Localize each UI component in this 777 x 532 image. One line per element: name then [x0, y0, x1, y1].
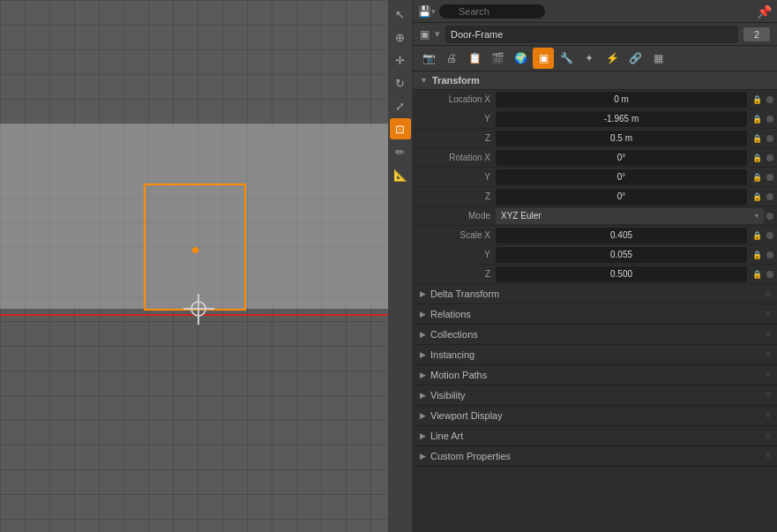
scale-x-row: Scale X 🔒	[413, 226, 777, 245]
viewport-display-header[interactable]: ▶ Viewport Display ⠿	[413, 406, 777, 425]
search-wrapper: 🔍	[439, 4, 545, 19]
properties-panel: 💾▾ 🔍 📌 ▣ ▾ 2 📷 🖨 📋 🎬 🌍 ▣ 🔧 ✦ ⚡ 🔗	[413, 0, 777, 532]
tool-measure-icon[interactable]: 📐	[390, 164, 411, 185]
view-layer-props-icon[interactable]: 📋	[464, 48, 485, 69]
location-x-input[interactable]	[496, 92, 747, 108]
rotation-x-input[interactable]	[496, 150, 747, 166]
mode-dot	[766, 213, 773, 220]
collections-header[interactable]: ▶ Collections ⠿	[413, 325, 777, 344]
relations-title: Relations	[430, 309, 471, 319]
location-z-input[interactable]	[496, 131, 747, 146]
scene-props-icon[interactable]: 🎬	[487, 48, 508, 69]
tool-select-icon[interactable]: ↖	[390, 4, 411, 25]
search-input[interactable]	[439, 4, 545, 19]
motion-paths-header[interactable]: ▶ Motion Paths ⠿	[413, 365, 777, 385]
line-art-title: Line Art	[430, 431, 463, 441]
location-y-lock-icon[interactable]: 🔒	[750, 112, 764, 126]
object-header: ▣ ▾ 2	[413, 23, 777, 46]
line-art-dots: ⠿	[766, 432, 770, 440]
tool-transform-icon[interactable]: ⊡	[390, 118, 411, 139]
location-x-row: Location X 🔒	[413, 90, 777, 109]
scale-y-row: Y 🔒	[413, 245, 777, 265]
scale-y-lock-icon[interactable]: 🔒	[750, 248, 764, 262]
delta-transform-header[interactable]: ▶ Delta Transform ⠿	[413, 284, 777, 303]
rotation-x-lock-icon[interactable]: 🔒	[750, 151, 764, 165]
constraints-props-icon[interactable]: 🔗	[624, 48, 646, 69]
object-props-icon[interactable]: ▣	[533, 48, 554, 69]
instancing-header[interactable]: ▶ Instancing ⠿	[413, 345, 777, 364]
scale-x-lock-icon[interactable]: 🔒	[750, 229, 764, 243]
location-z-lock-icon[interactable]: 🔒	[750, 131, 764, 146]
render-props-icon[interactable]: 📷	[418, 48, 439, 69]
tool-move-icon[interactable]: ✛	[390, 49, 411, 71]
collections-section: ▶ Collections ⠿	[413, 325, 777, 345]
viewport[interactable]	[0, 0, 388, 532]
tool-rotate-icon[interactable]: ↻	[390, 72, 411, 94]
mode-label: Mode	[416, 211, 496, 221]
save-button[interactable]: 💾▾	[418, 5, 436, 18]
rotation-y-lock-icon[interactable]: 🔒	[750, 170, 764, 184]
data-props-icon[interactable]: ▦	[647, 48, 669, 69]
location-y-label: Y	[416, 114, 496, 124]
motion-paths-arrow-icon: ▶	[420, 371, 426, 379]
pin-icon[interactable]: 📌	[757, 4, 772, 19]
tool-annotate-icon[interactable]: ✏	[390, 141, 411, 162]
relations-arrow-icon: ▶	[420, 310, 426, 318]
object-number-badge: 2	[743, 27, 770, 41]
scale-y-input[interactable]	[496, 247, 747, 263]
custom-properties-arrow-icon: ▶	[420, 452, 426, 461]
delta-transform-arrow-icon: ▶	[420, 289, 426, 298]
transform-section-title: Transform	[432, 75, 480, 86]
scale-y-dot	[766, 251, 773, 259]
rotation-z-lock-icon[interactable]: 🔒	[750, 190, 764, 204]
world-props-icon[interactable]: 🌍	[510, 48, 531, 69]
visibility-dots: ⠿	[766, 392, 770, 400]
location-x-label: Location X	[416, 94, 496, 104]
instancing-arrow-icon: ▶	[420, 350, 426, 359]
visibility-header[interactable]: ▶ Visibility ⠿	[413, 386, 777, 405]
rotation-z-input[interactable]	[496, 189, 747, 205]
scale-z-input[interactable]	[496, 266, 747, 282]
motion-paths-section: ▶ Motion Paths ⠿	[413, 365, 777, 386]
instancing-dots: ⠿	[766, 351, 770, 359]
custom-properties-section: ▶ Custom Properties ⠿	[413, 446, 777, 467]
delta-transform-dots: ⠿	[766, 290, 770, 298]
line-art-arrow-icon: ▶	[420, 431, 426, 440]
panel-type-icons: 📷 🖨 📋 🎬 🌍 ▣ 🔧 ✦ ⚡ 🔗 ▦	[413, 46, 777, 71]
scale-z-lock-icon[interactable]: 🔒	[750, 267, 764, 281]
particles-props-icon[interactable]: ✦	[579, 48, 600, 69]
object-type-icon: ▣	[420, 28, 430, 41]
collections-arrow-icon: ▶	[420, 330, 426, 339]
relations-dots: ⠿	[766, 311, 770, 318]
motion-paths-title: Motion Paths	[430, 370, 487, 380]
motion-paths-dots: ⠿	[766, 371, 770, 379]
relations-header[interactable]: ▶ Relations ⠿	[413, 304, 777, 324]
tool-scale-icon[interactable]: ⤢	[390, 95, 411, 116]
custom-properties-header[interactable]: ▶ Custom Properties ⠿	[413, 446, 777, 466]
location-y-input[interactable]	[496, 111, 747, 127]
rotation-z-label: Z	[416, 191, 496, 201]
mode-select[interactable]: XYZ Euler ▾	[496, 208, 764, 224]
properties-content[interactable]: ▼ Transform Location X 🔒 Y 🔒	[413, 71, 777, 532]
location-y-row: Y 🔒	[413, 109, 777, 129]
visibility-section: ▶ Visibility ⠿	[413, 386, 777, 406]
rotation-y-input[interactable]	[496, 169, 747, 185]
modifier-props-icon[interactable]: 🔧	[556, 48, 577, 69]
rotation-y-dot	[766, 174, 773, 181]
object-dropdown-icon[interactable]: ▾	[435, 28, 440, 40]
transform-section-header[interactable]: ▼ Transform	[413, 71, 777, 90]
location-x-lock-icon[interactable]: 🔒	[750, 93, 764, 107]
physics-props-icon[interactable]: ⚡	[601, 48, 623, 69]
collections-title: Collections	[430, 329, 478, 340]
scale-x-input[interactable]	[496, 228, 747, 244]
delta-transform-section: ▶ Delta Transform ⠿	[413, 284, 777, 304]
location-z-dot	[766, 135, 773, 142]
viewport-display-title: Viewport Display	[430, 410, 503, 421]
line-art-header[interactable]: ▶ Line Art ⠿	[413, 426, 777, 446]
viewport-display-section: ▶ Viewport Display ⠿	[413, 406, 777, 426]
object-name-input[interactable]	[445, 26, 738, 43]
tool-cursor-icon[interactable]: ⊕	[390, 26, 411, 48]
relations-section: ▶ Relations ⠿	[413, 304, 777, 325]
viewport-display-dots: ⠿	[766, 412, 770, 420]
output-props-icon[interactable]: 🖨	[441, 48, 462, 69]
